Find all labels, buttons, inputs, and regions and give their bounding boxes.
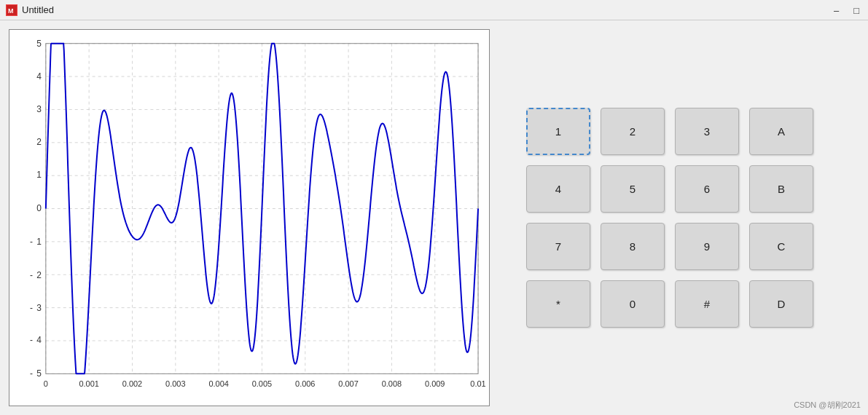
svg-text:M: M (8, 7, 14, 15)
svg-text:0.003: 0.003 (165, 379, 185, 388)
svg-text:1: 1 (36, 170, 42, 180)
key-d-button[interactable]: D (749, 280, 813, 328)
svg-text:1: 1 (36, 237, 42, 247)
waveform-chart: 5 4 3 2 1 0 1 2 3 4 5 - - - - - 0 0.001 … (9, 30, 489, 406)
svg-text:0: 0 (36, 203, 42, 213)
svg-text:0.004: 0.004 (208, 379, 228, 388)
svg-text:4: 4 (36, 335, 42, 345)
chart-area: 5 4 3 2 1 0 1 2 3 4 5 - - - - - 0 0.001 … (9, 29, 490, 406)
key-7-button[interactable]: 7 (526, 223, 590, 270)
svg-text:-: - (30, 303, 33, 313)
svg-rect-2 (9, 33, 489, 403)
key-4-button[interactable]: 4 (526, 165, 590, 213)
key-2-button[interactable]: 2 (601, 108, 665, 155)
svg-text:0.002: 0.002 (122, 379, 142, 388)
key-9-button[interactable]: 9 (675, 223, 739, 270)
key-1-button[interactable]: 1 (526, 108, 590, 155)
svg-text:0.001: 0.001 (79, 379, 98, 388)
key-6-button[interactable]: 6 (675, 165, 739, 213)
svg-text:3: 3 (36, 303, 42, 313)
minimize-button[interactable]: – (831, 4, 842, 15)
svg-text:0.009: 0.009 (425, 379, 445, 388)
button-panel: 1 2 3 A 4 5 6 B 7 8 9 C * 0 # D (504, 29, 859, 406)
button-row-2: 4 5 6 B (526, 165, 837, 213)
svg-text:0.007: 0.007 (338, 379, 358, 388)
svg-text:2: 2 (36, 137, 42, 147)
key-8-button[interactable]: 8 (601, 223, 665, 270)
svg-text:5: 5 (36, 39, 42, 49)
key-b-button[interactable]: B (749, 165, 813, 213)
svg-text:-: - (30, 335, 33, 345)
window-controls: – □ (831, 4, 862, 15)
key-3-button[interactable]: 3 (675, 108, 739, 155)
key-5-button[interactable]: 5 (601, 165, 665, 213)
key-a-button[interactable]: A (749, 108, 813, 155)
svg-text:0.01: 0.01 (470, 379, 485, 388)
main-content: 5 4 3 2 1 0 1 2 3 4 5 - - - - - 0 0.001 … (0, 20, 868, 415)
watermark: CSDN @胡刚2021 (794, 400, 861, 411)
button-row-4: * 0 # D (526, 280, 837, 328)
maximize-button[interactable]: □ (851, 4, 862, 15)
svg-text:2: 2 (36, 270, 42, 280)
svg-text:3: 3 (36, 104, 42, 114)
key-0-button[interactable]: 0 (601, 280, 665, 328)
svg-text:0: 0 (44, 379, 48, 388)
svg-text:0.006: 0.006 (295, 379, 315, 388)
app-icon: M (6, 4, 17, 16)
svg-text:5: 5 (36, 368, 42, 379)
button-row-1: 1 2 3 A (526, 108, 837, 155)
key-hash-button[interactable]: # (675, 280, 739, 328)
key-star-button[interactable]: * (526, 280, 590, 328)
svg-text:-: - (30, 270, 33, 280)
svg-text:-: - (30, 368, 33, 379)
svg-text:4: 4 (36, 71, 42, 82)
svg-text:0.008: 0.008 (382, 379, 402, 388)
svg-text:0.005: 0.005 (252, 379, 272, 388)
title-bar: M Untitled – □ (0, 0, 868, 20)
svg-text:-: - (30, 237, 33, 247)
window-title: Untitled (22, 4, 54, 15)
button-row-3: 7 8 9 C (526, 223, 837, 270)
key-c-button[interactable]: C (749, 223, 813, 270)
